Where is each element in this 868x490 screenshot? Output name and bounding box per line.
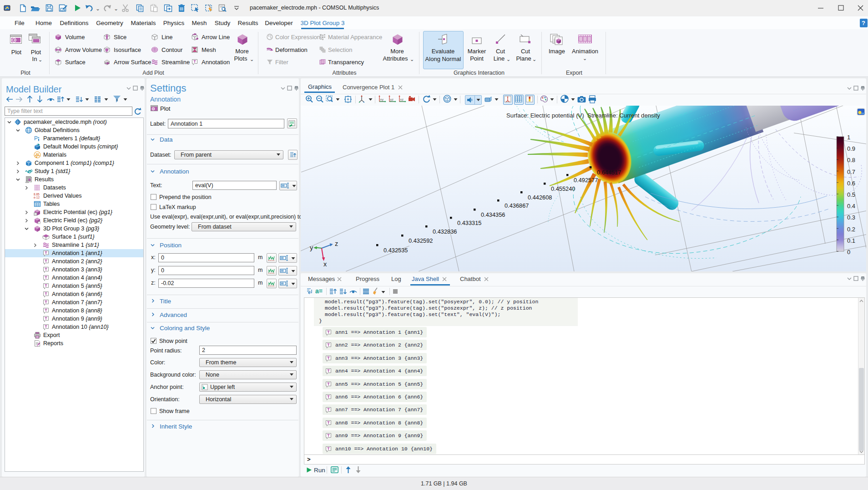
svg-text:0.432535: 0.432535 (384, 247, 408, 254)
svg-text:0.3: 0.3 (847, 214, 855, 221)
svg-text:P: P (34, 135, 38, 142)
svg-text:0.4: 0.4 (847, 203, 855, 209)
svg-text:xy: xy (380, 97, 384, 102)
svg-text:0.433315: 0.433315 (457, 219, 481, 226)
svg-text:xz: xz (400, 97, 404, 102)
svg-text:0: 0 (847, 249, 850, 255)
svg-text:0.7: 0.7 (847, 168, 855, 175)
svg-text:0.434356: 0.434356 (481, 211, 505, 218)
svg-text:0.5: 0.5 (847, 191, 855, 198)
svg-text:yz: yz (390, 97, 394, 102)
svg-text:x: x (323, 260, 327, 268)
svg-text:8.85: 8.85 (34, 193, 40, 196)
svg-text:0.644517: 0.644517 (597, 169, 621, 176)
svg-text:1: 1 (847, 134, 850, 141)
svg-text:y: y (310, 244, 313, 251)
svg-text:0.492577: 0.492577 (574, 177, 598, 184)
svg-text:0.455240: 0.455240 (551, 185, 575, 192)
svg-text:0.6: 0.6 (847, 180, 855, 187)
svg-text:Surface: Electric potential (V: Surface: Electric potential (V) Streamli… (506, 112, 660, 119)
svg-text:0.2: 0.2 (847, 226, 855, 233)
svg-text:0.432592: 0.432592 (409, 237, 433, 244)
svg-text:0.442608: 0.442608 (528, 194, 552, 201)
svg-text:0.436867: 0.436867 (505, 202, 529, 209)
svg-text:0.8: 0.8 (847, 157, 855, 163)
svg-text:z: z (335, 240, 338, 247)
svg-text:0.432836: 0.432836 (433, 228, 457, 235)
svg-text:0.1: 0.1 (847, 237, 855, 244)
svg-text:0.9: 0.9 (847, 145, 855, 152)
svg-text:e-12: e-12 (34, 196, 40, 199)
